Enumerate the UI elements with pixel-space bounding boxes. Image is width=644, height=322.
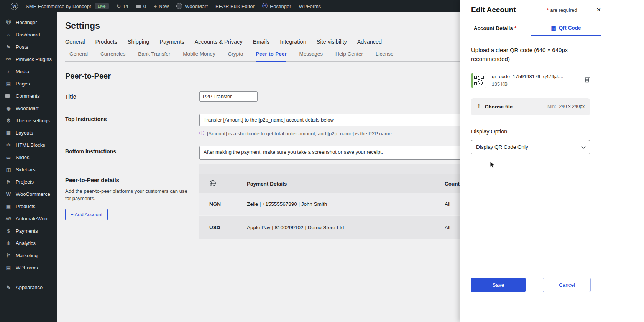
- row-country: All: [445, 225, 460, 230]
- sidebar-item-comments[interactable]: Comments: [0, 90, 57, 102]
- subtab-mobile-money[interactable]: Mobile Money: [183, 51, 215, 61]
- display-option-select[interactable]: Display QR Code Only: [471, 140, 590, 154]
- sidebar-item-hostinger[interactable]: ⒽHostinger: [0, 16, 57, 28]
- sidebar-item-label: Payments: [16, 228, 38, 234]
- qr-code-icon: ▦: [551, 25, 556, 31]
- choose-file-label: Choose file: [485, 104, 513, 110]
- updates-menu[interactable]: ↻ 14: [117, 3, 128, 9]
- required-note-text: are required: [550, 7, 577, 13]
- sidebar-item-label: Posts: [16, 44, 28, 50]
- wpforms-menu[interactable]: WPForms: [299, 3, 321, 9]
- woodmart-menu[interactable]: WoodMart: [176, 3, 208, 9]
- sidebar-item-analytics[interactable]: ılıAnalytics: [0, 237, 57, 249]
- subtab-peer-to-peer[interactable]: Peer-to-Peer: [256, 51, 286, 62]
- row-payment-details: Zelle | +15555567890 | John Smith: [247, 201, 445, 207]
- row-country: All: [445, 201, 460, 207]
- asterisk: *: [547, 7, 549, 13]
- sidebar-item-label: Layouts: [16, 130, 33, 136]
- sidebar-item-pages[interactable]: ▤Pages: [0, 77, 57, 90]
- subtab-help-center[interactable]: Help Center: [335, 51, 363, 61]
- cancel-button[interactable]: Cancel: [543, 278, 591, 292]
- table-row[interactable]: NGN Zelle | +15555567890 | John Smith Al…: [199, 193, 460, 216]
- tab-site-visibility[interactable]: Site visibility: [317, 39, 347, 45]
- add-account-button[interactable]: + Add Account: [65, 209, 108, 220]
- sidebar-item-projects[interactable]: ⚑Projects: [0, 176, 57, 188]
- sidebar-item-woocommerce[interactable]: WWooCommerce: [0, 188, 57, 200]
- tab-emails[interactable]: Emails: [253, 39, 270, 45]
- main-content: Settings General Products Shipping Payme…: [57, 12, 460, 322]
- pages-icon: ▤: [4, 81, 13, 87]
- sidebar-item-html-blocks[interactable]: </>HTML Blocks: [0, 139, 57, 151]
- sidebar-item-automatewoo[interactable]: AWAutomateWoo: [0, 212, 57, 225]
- sidebar-item-wpforms[interactable]: ▤WPForms: [0, 261, 57, 274]
- site-name: SME Ecommerce by Doncept: [26, 3, 91, 9]
- tab-advanced[interactable]: Advanced: [357, 39, 382, 45]
- asterisk: *: [514, 25, 516, 31]
- admin-sidebar: ⒽHostinger ⌂Dashboard ✎Posts PWPimwick P…: [0, 12, 57, 322]
- sidebar-item-theme-settings[interactable]: ⚙Theme settings: [0, 114, 57, 127]
- sidebar-item-payments[interactable]: $Payments: [0, 225, 57, 237]
- bear-bulk-editor-menu[interactable]: BEAR Bulk Editor: [215, 3, 255, 9]
- tab-accounts-privacy[interactable]: Accounts & Privacy: [195, 39, 243, 45]
- title-input[interactable]: [199, 91, 258, 102]
- wpforms-icon: ▤: [4, 265, 13, 271]
- wordpress-menu[interactable]: W: [11, 3, 18, 10]
- upload-icon: ↥: [476, 103, 481, 110]
- wordpress-icon: W: [11, 3, 18, 10]
- tab-general[interactable]: General: [65, 39, 85, 45]
- sidebar-item-pimwick-plugins[interactable]: PWPimwick Plugins: [0, 53, 57, 65]
- choose-file-button[interactable]: ↥ Choose file Min:240 × 240px: [471, 98, 590, 115]
- sidebar-item-label: Projects: [16, 179, 34, 185]
- subtab-license[interactable]: License: [376, 51, 394, 61]
- new-content-menu[interactable]: + New: [154, 3, 169, 9]
- subtab-crypto[interactable]: Crypto: [228, 51, 243, 61]
- comments-menu[interactable]: 0: [136, 3, 146, 9]
- title-label: Title: [65, 91, 199, 102]
- sidebar-item-sidebars[interactable]: ◫Sidebars: [0, 163, 57, 176]
- close-icon[interactable]: ✕: [596, 7, 601, 13]
- bottom-instructions-label: Bottom Instructions: [65, 146, 199, 160]
- sidebar-item-products[interactable]: ▣Products: [0, 200, 57, 212]
- sidebar-item-marketing[interactable]: ⚐Marketing: [0, 249, 57, 261]
- sidebar-item-dashboard[interactable]: ⌂Dashboard: [0, 28, 57, 41]
- layouts-icon: ▦: [4, 130, 13, 136]
- top-instructions-label: Top Instructions: [65, 114, 199, 137]
- tab-products[interactable]: Products: [95, 39, 117, 45]
- panel-tabs: Account Details * ▦ QR Code: [460, 20, 601, 36]
- subtab-currencies[interactable]: Currencies: [100, 51, 125, 61]
- sidebar-item-layouts[interactable]: ▦Layouts: [0, 127, 57, 139]
- sidebar-item-woodmart[interactable]: ◉WoodMart: [0, 102, 57, 114]
- min-label: Min:: [547, 104, 556, 109]
- row-currency: NGN: [199, 201, 247, 207]
- woocommerce-icon: W: [4, 191, 13, 197]
- table-toolbar: [199, 164, 460, 174]
- top-instructions-textarea[interactable]: Transfer [Amount] to the [p2p_name] acco…: [199, 114, 460, 127]
- tab-account-details[interactable]: Account Details *: [460, 20, 531, 36]
- table-row[interactable]: USD Apple Pay | 8100299102 | Demo Store …: [199, 216, 460, 239]
- sidebar-item-media[interactable]: ♪Media: [0, 65, 57, 77]
- bottom-instructions-textarea[interactable]: After making the payment, make sure you …: [199, 146, 460, 160]
- tab-payments[interactable]: Payments: [159, 39, 184, 45]
- save-button[interactable]: Save: [471, 278, 526, 292]
- subtab-general[interactable]: General: [69, 51, 88, 61]
- tab-qr-code[interactable]: ▦ QR Code: [531, 20, 601, 36]
- tab-shipping[interactable]: Shipping: [128, 39, 149, 45]
- display-option-value: Display QR Code Only: [476, 144, 528, 150]
- pimwick-icon: PW: [4, 57, 13, 61]
- sidebar-item-slides[interactable]: ▭Slides: [0, 151, 57, 163]
- trash-icon[interactable]: [584, 76, 590, 84]
- sidebar-item-posts[interactable]: ✎Posts: [0, 41, 57, 53]
- subtab-bank-transfer[interactable]: Bank Transfer: [138, 51, 170, 61]
- sidebar-item-appearance[interactable]: ✎Appearance: [0, 280, 57, 292]
- tab-integration[interactable]: Integration: [280, 39, 306, 45]
- subtab-messages[interactable]: Messages: [299, 51, 323, 61]
- hostinger-menu[interactable]: Ⓗ Hostinger: [262, 3, 291, 10]
- sidebars-icon: ◫: [4, 167, 13, 172]
- bar-chart-icon: ılı: [4, 240, 13, 246]
- required-note: *are required: [547, 7, 577, 13]
- payment-subtabs: General Currencies Bank Transfer Mobile …: [65, 51, 460, 62]
- sidebar-item-label: HTML Blocks: [16, 142, 45, 148]
- site-name-menu[interactable]: SME Ecommerce by Doncept Live: [26, 3, 109, 9]
- sidebar-item-label: Marketing: [16, 253, 38, 258]
- sidebar-item-label: Media: [16, 69, 29, 74]
